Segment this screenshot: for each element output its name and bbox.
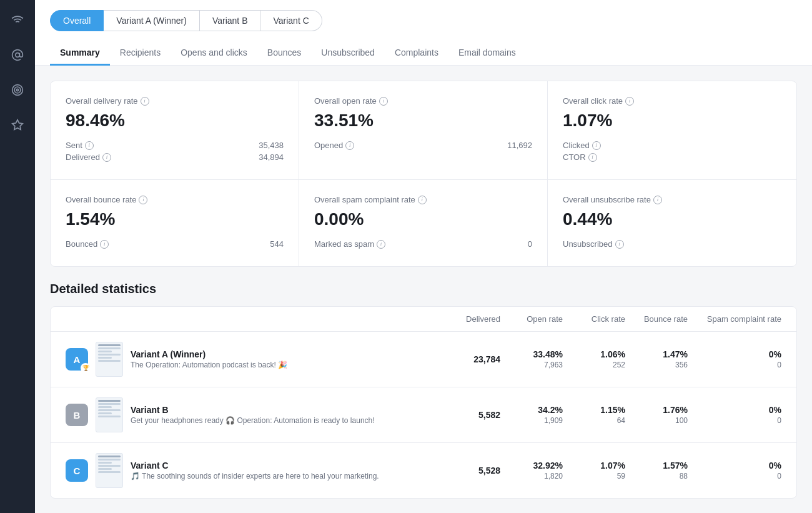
email-thumb-c: [96, 453, 123, 488]
unsub-rate-cell: Overall unsubscribe rate i 0.44% Unsubsc…: [548, 180, 796, 266]
variant-tab-c[interactable]: Variant C: [260, 10, 322, 31]
spam-info-icon[interactable]: i: [418, 196, 427, 204]
row-b-bounce-rate: 1.76% 100: [625, 405, 688, 425]
ctor-detail: CTOR i: [563, 152, 781, 162]
svg-point-4: [16, 89, 18, 91]
row-b-text: Variant B Get your headphones ready 🎧 Op…: [131, 405, 375, 425]
col-click-rate: Click rate: [563, 314, 625, 324]
main-content: Overall Variant A (Winner) Variant B Var…: [35, 0, 812, 513]
click-rate-label: Overall click rate i: [563, 96, 781, 106]
bounce-rate-cell: Overall bounce rate i 1.54% Bounced i 54…: [51, 180, 299, 266]
table-row: C Variant C 🎵 The soothing sounds of ins…: [51, 443, 796, 498]
variant-bar: Overall Variant A (Winner) Variant B Var…: [35, 0, 812, 66]
open-rate-label: Overall open rate i: [314, 96, 532, 106]
row-a-bounce-rate: 1.47% 356: [625, 349, 688, 369]
variant-tab-b[interactable]: Variant B: [200, 10, 261, 31]
click-info-icon[interactable]: i: [625, 97, 634, 106]
detail-table: Delivered Open rate Click rate Bounce ra…: [50, 306, 797, 499]
bounced-value: 544: [270, 239, 284, 249]
unsub-rate-value: 0.44%: [563, 209, 781, 229]
tab-email-domains[interactable]: Email domains: [448, 41, 526, 66]
click-rate-cell: Overall click rate i 1.07% Clicked i CTO…: [548, 81, 796, 180]
sent-info-icon[interactable]: i: [85, 141, 94, 150]
marked-spam-detail: Marked as spam i 0: [314, 239, 532, 249]
tab-recipients[interactable]: Recipients: [110, 41, 171, 66]
opened-value: 11,692: [507, 141, 532, 150]
bounce-rate-value: 1.54%: [66, 209, 284, 229]
row-a-open-rate: 33.48% 7,963: [500, 349, 563, 369]
winner-icon: 🏆: [81, 363, 91, 373]
row-a-spam-rate: 0% 0: [688, 349, 781, 369]
row-b-click-rate: 1.15% 64: [563, 405, 625, 425]
tab-opens-clicks[interactable]: Opens and clicks: [171, 41, 257, 66]
tab-unsubscribed[interactable]: Unsubscribed: [311, 41, 385, 66]
email-thumb-b: [96, 397, 123, 432]
sent-detail: Sent i 35,438: [66, 141, 284, 150]
click-rate-value: 1.07%: [563, 111, 781, 131]
unsub-info-icon[interactable]: i: [653, 196, 662, 204]
col-variant: [66, 314, 425, 324]
email-thumb-a: [96, 342, 123, 377]
table-header: Delivered Open rate Click rate Bounce ra…: [51, 307, 796, 332]
delivery-info-icon[interactable]: i: [141, 97, 149, 106]
row-a-text: Variant A (Winner) The Operation: Automa…: [131, 349, 287, 369]
row-c-text: Variant C 🎵 The soothing sounds of insid…: [131, 461, 379, 481]
variant-c-subject: 🎵 The soothing sounds of insider experts…: [131, 472, 379, 481]
tab-bounces[interactable]: Bounces: [257, 41, 311, 66]
row-c-bounce-rate: 1.57% 88: [625, 461, 688, 481]
delivery-rate-label: Overall delivery rate i: [66, 96, 284, 106]
row-c-delivered: 5,528: [425, 466, 500, 476]
row-b-delivered: 5,582: [425, 410, 500, 420]
col-open-rate: Open rate: [500, 314, 563, 324]
spam-rate-value: 0.00%: [314, 209, 532, 229]
opened-info-icon[interactable]: i: [345, 141, 354, 150]
unsub-detail-info-icon[interactable]: i: [615, 240, 624, 249]
bounced-info-icon[interactable]: i: [100, 240, 109, 249]
email-icon[interactable]: [7, 45, 27, 65]
row-c-info: C Variant C 🎵 The soothing sounds of ins…: [66, 453, 425, 488]
delivery-rate-value: 98.46%: [66, 111, 284, 131]
col-delivered: Delivered: [425, 314, 500, 324]
sent-value: 35,438: [259, 141, 284, 150]
variant-tab-overall[interactable]: Overall: [50, 10, 104, 31]
tab-summary[interactable]: Summary: [50, 41, 110, 66]
row-a-info: A 🏆 Variant A (Winner) The Operation: Au…: [66, 342, 425, 377]
marked-spam-value: 0: [528, 239, 532, 249]
variant-a-name: Variant A (Winner): [131, 349, 287, 359]
bounce-info-icon[interactable]: i: [139, 196, 147, 204]
clicked-info-icon[interactable]: i: [592, 141, 601, 150]
svg-marker-5: [12, 120, 23, 130]
stats-grid: Overall delivery rate i 98.46% Sent i 35…: [51, 81, 796, 266]
ctor-info-icon[interactable]: i: [588, 153, 597, 162]
delivered-value: 34,894: [259, 152, 284, 162]
svg-point-1: [16, 53, 20, 57]
spam-rate-cell: Overall spam complaint rate i 0.00% Mark…: [299, 180, 548, 266]
target-icon[interactable]: [7, 80, 27, 100]
spam-rate-label: Overall spam complaint rate i: [314, 195, 532, 204]
row-c-click-rate: 1.07% 59: [563, 461, 625, 481]
table-row: B Variant B Get your headphones ready 🎧 …: [51, 387, 796, 443]
tab-complaints[interactable]: Complaints: [385, 41, 448, 66]
row-b-info: B Variant B Get your headphones ready 🎧 …: [66, 397, 425, 432]
open-rate-cell: Overall open rate i 33.51% Opened i 11,6…: [299, 81, 548, 180]
variant-c-badge: C: [66, 459, 88, 482]
variant-tab-a[interactable]: Variant A (Winner): [104, 10, 200, 31]
unsub-rate-label: Overall unsubscribe rate i: [563, 195, 781, 204]
sparkle-icon[interactable]: [7, 115, 27, 135]
row-c-spam-rate: 0% 0: [688, 461, 781, 481]
open-info-icon[interactable]: i: [379, 97, 388, 106]
delivered-info-icon[interactable]: i: [102, 153, 111, 162]
wifi-icon[interactable]: [7, 10, 27, 30]
bounced-detail: Bounced i 544: [66, 239, 284, 249]
sidebar: [0, 0, 35, 513]
detailed-stats-title: Detailed statistics: [50, 282, 797, 296]
delivery-rate-cell: Overall delivery rate i 98.46% Sent i 35…: [51, 81, 299, 180]
marked-spam-info-icon[interactable]: i: [377, 240, 385, 249]
variant-b-badge: B: [66, 404, 88, 426]
clicked-detail: Clicked i: [563, 141, 781, 150]
svg-point-3: [14, 87, 21, 93]
col-spam-rate: Spam complaint rate: [688, 314, 781, 324]
delivered-detail: Delivered i 34,894: [66, 152, 284, 162]
open-rate-value: 33.51%: [314, 111, 532, 131]
content-area: Overall delivery rate i 98.46% Sent i 35…: [35, 66, 812, 513]
